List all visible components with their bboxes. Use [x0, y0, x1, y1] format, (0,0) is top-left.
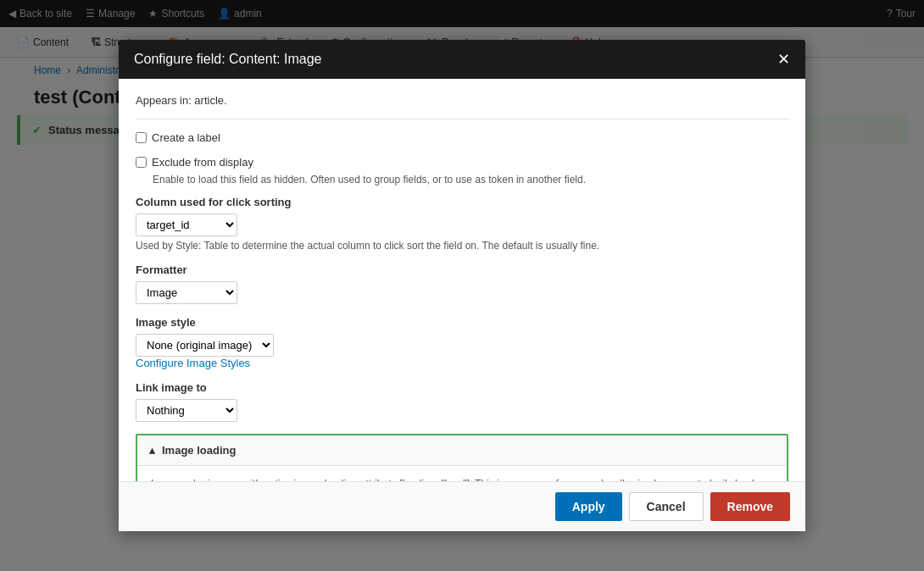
- configure-field-modal: Configure field: Content: Image ✕ Appear…: [119, 40, 805, 158]
- modal-overlay: Configure field: Content: Image ✕ Appear…: [0, 0, 924, 158]
- appears-in: Appears in: article.: [136, 94, 788, 119]
- close-button[interactable]: ✕: [777, 52, 790, 67]
- modal-title: Configure field: Content: Image: [134, 52, 321, 67]
- exclude-display-text[interactable]: Exclude from display: [152, 156, 253, 158]
- create-label-text[interactable]: Create a label: [152, 131, 220, 144]
- exclude-display-row: Exclude from display: [136, 156, 788, 158]
- exclude-display-checkbox[interactable]: [136, 157, 147, 158]
- create-label-row: Create a label: [136, 131, 788, 144]
- modal-body: Appears in: article. Create a label Excl…: [119, 79, 805, 158]
- create-label-checkbox[interactable]: [136, 132, 147, 143]
- modal-header: Configure field: Content: Image ✕: [119, 40, 805, 79]
